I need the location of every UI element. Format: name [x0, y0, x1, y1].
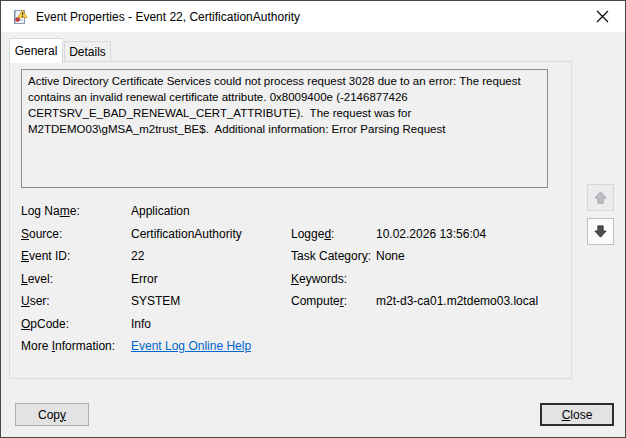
window-title: Event Properties - Event 22, Certificati…	[36, 10, 300, 24]
level-label: Level:	[21, 271, 129, 288]
level-value: Error	[131, 271, 158, 288]
log-name-label: Log Name:	[21, 203, 129, 220]
opcode-value: Info	[131, 316, 151, 333]
logged-value: 10.02.2026 13:56:04	[376, 226, 486, 243]
copy-button[interactable]: Copy	[15, 403, 89, 426]
keywords-label: Keywords:	[291, 271, 375, 288]
task-category-value: None	[376, 248, 405, 265]
source-label: Source:	[21, 226, 129, 243]
more-information-value: Event Log Online Help	[131, 338, 251, 355]
next-event-button[interactable]	[587, 218, 614, 245]
arrow-down-icon	[593, 224, 608, 239]
event-log-warning-icon	[12, 9, 28, 25]
user-value: SYSTEM	[131, 293, 180, 310]
opcode-label: OpCode:	[21, 316, 129, 333]
arrow-up-icon	[593, 190, 608, 205]
user-label: User:	[21, 293, 129, 310]
computer-value: m2t-d3-ca01.m2tdemo03.local	[376, 293, 538, 310]
event-properties-dialog: Event Properties - Event 22, Certificati…	[0, 0, 626, 438]
close-icon[interactable]	[580, 1, 625, 32]
task-category-label: Task Category:	[291, 248, 375, 265]
titlebar: Event Properties - Event 22, Certificati…	[1, 1, 625, 32]
close-button[interactable]: Close	[540, 403, 614, 426]
event-description[interactable]: Active Directory Certificate Services co…	[21, 69, 548, 188]
more-information-label: More Information:	[21, 338, 129, 355]
logged-label: Logged:	[291, 226, 375, 243]
tab-details[interactable]: Details	[64, 41, 111, 61]
event-id-value: 22	[131, 248, 144, 265]
computer-label: Computer:	[291, 293, 375, 310]
tab-details-label: Details	[69, 45, 106, 59]
tab-general[interactable]: General	[9, 38, 63, 63]
previous-event-button[interactable]	[587, 184, 614, 211]
event-id-label: Event ID:	[21, 248, 129, 265]
log-name-value: Application	[131, 203, 190, 220]
source-value: CertificationAuthority	[131, 226, 242, 243]
event-log-online-help-link[interactable]: Event Log Online Help	[131, 339, 251, 353]
tab-general-label: General	[15, 44, 58, 58]
